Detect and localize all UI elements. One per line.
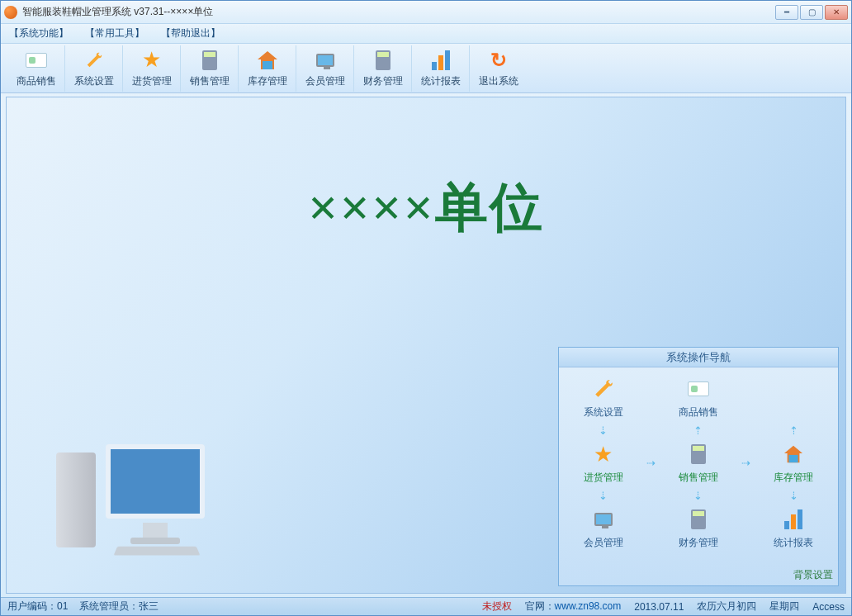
status-site: 官网：www.zn98.com <box>525 599 622 614</box>
monitor-icon <box>314 49 337 72</box>
nav-purchase[interactable]: ★ 进货管理 <box>566 441 641 485</box>
arrow-down-icon: ⇣ <box>693 490 703 502</box>
content-area: ××××单位 系统操作导航 系统设置 商品销售 <box>6 97 846 594</box>
maximize-button[interactable]: ▢ <box>800 5 823 20</box>
nav-panel: 系统操作导航 系统设置 商品销售 ⇣ ⇡ ⇡ ★ <box>558 347 839 586</box>
app-icon <box>4 6 17 19</box>
house-icon <box>780 441 807 467</box>
minimize-button[interactable]: ━ <box>775 5 798 20</box>
statusbar: 用户编码：01 系统管理员：张三 未授权 官网：www.zn98.com 201… <box>1 597 851 615</box>
monitor-icon <box>590 506 617 533</box>
bg-setting-link[interactable]: 背景设置 <box>793 568 833 582</box>
status-date: 2013.07.11 <box>634 601 684 613</box>
calculator-icon <box>685 506 712 533</box>
tool-report[interactable]: 统计报表 <box>412 45 470 92</box>
tool-sales-mgmt[interactable]: 销售管理 <box>181 45 239 92</box>
calculator-icon <box>685 441 712 467</box>
svg-rect-1 <box>789 455 798 462</box>
nav-header: 系统操作导航 <box>559 348 838 367</box>
nav-sales[interactable]: 商品销售 <box>661 376 736 419</box>
card-icon <box>25 49 48 72</box>
arrow-right-icon: ⇢ <box>646 457 656 469</box>
star-icon: ★ <box>590 441 617 467</box>
window-title: 智能服装鞋帽业管理系统 v37.31--××××单位 <box>22 5 775 19</box>
status-user: 用户编码：01 系统管理员：张三 <box>7 599 159 614</box>
menubar: 【系统功能】 【常用工具】 【帮助退出】 <box>1 24 851 44</box>
org-title: ××××单位 <box>308 172 544 244</box>
arrow-right-icon: ⇢ <box>741 457 750 469</box>
toolbar: 商品销售 系统设置 ★ 进货管理 销售管理 库存管理 会员管理 <box>1 44 851 93</box>
calculator-icon <box>198 49 221 72</box>
status-unauth: 未授权 <box>482 599 512 614</box>
star-icon: ★ <box>140 49 163 72</box>
status-db: Access <box>812 601 845 613</box>
tool-sales[interactable]: 商品销售 <box>7 45 65 92</box>
menu-system[interactable]: 【系统功能】 <box>9 26 69 40</box>
app-window: 智能服装鞋帽业管理系统 v37.31--××××单位 ━ ▢ ✕ 【系统功能】 … <box>0 0 852 616</box>
tool-settings[interactable]: 系统设置 <box>65 45 123 92</box>
tool-exit[interactable]: ↻ 退出系统 <box>470 45 528 92</box>
nav-sales-mgmt[interactable]: 销售管理 <box>661 441 736 485</box>
nav-grid: 系统设置 商品销售 ⇣ ⇡ ⇡ ★ 进货管理 ⇢ <box>559 367 838 558</box>
chart-icon <box>429 49 452 72</box>
exit-icon: ↻ <box>487 49 510 72</box>
house-icon <box>256 49 279 72</box>
nav-finance[interactable]: 财务管理 <box>661 506 736 550</box>
arrow-down-icon: ⇣ <box>599 490 608 502</box>
site-link[interactable]: www.zn98.com <box>555 600 622 612</box>
arrow-up-icon: ⇡ <box>789 424 798 437</box>
calculator-icon <box>372 49 395 72</box>
tool-purchase[interactable]: ★ 进货管理 <box>123 45 181 92</box>
nav-member[interactable]: 会员管理 <box>566 506 641 550</box>
arrow-down-icon: ⇣ <box>789 490 798 502</box>
tool-member[interactable]: 会员管理 <box>296 45 354 92</box>
nav-inventory[interactable]: 库存管理 <box>756 441 831 485</box>
status-weekday: 星期四 <box>769 599 799 614</box>
arrow-down-icon: ⇣ <box>599 424 608 437</box>
arrow-up-icon: ⇡ <box>693 424 703 437</box>
wrench-icon <box>590 376 617 402</box>
status-lunar: 农历六月初四 <box>697 599 756 614</box>
tool-inventory[interactable]: 库存管理 <box>239 45 296 92</box>
close-button[interactable]: ✕ <box>825 5 848 20</box>
tool-finance[interactable]: 财务管理 <box>354 45 412 92</box>
computer-image <box>56 428 221 560</box>
menu-help[interactable]: 【帮助退出】 <box>161 26 220 40</box>
chart-icon <box>780 506 807 533</box>
window-controls: ━ ▢ ✕ <box>775 5 848 20</box>
wrench-icon <box>83 49 106 72</box>
titlebar: 智能服装鞋帽业管理系统 v37.31--××××单位 ━ ▢ ✕ <box>1 1 851 24</box>
card-icon <box>685 376 712 402</box>
nav-report[interactable]: 统计报表 <box>756 506 831 550</box>
menu-tools[interactable]: 【常用工具】 <box>85 26 144 40</box>
nav-settings[interactable]: 系统设置 <box>566 376 641 419</box>
svg-rect-0 <box>263 61 272 69</box>
